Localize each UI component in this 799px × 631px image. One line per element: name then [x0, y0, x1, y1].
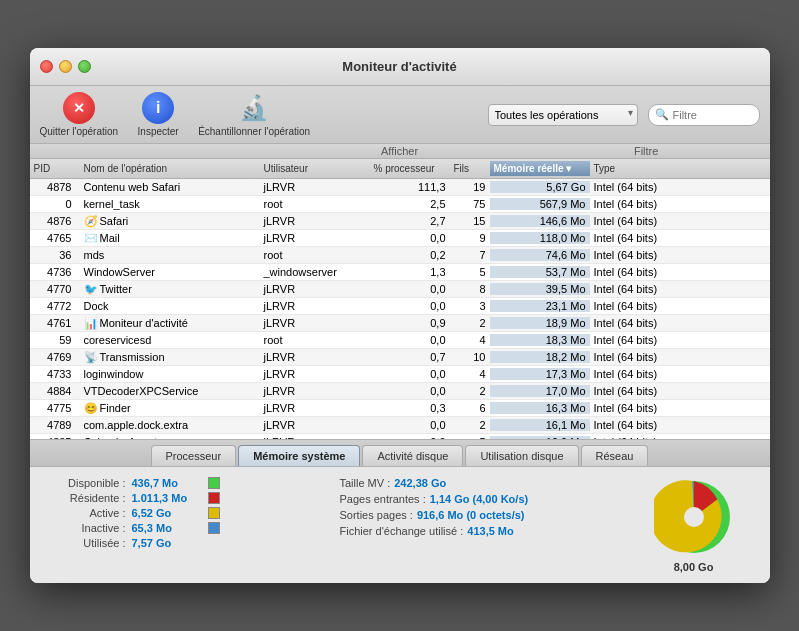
quit-button[interactable]: ✕ Quitter l'opération: [40, 92, 119, 137]
pie-chart-container: 8,00 Go: [634, 477, 754, 573]
taille-label: Taille MV :: [340, 477, 391, 489]
table-row[interactable]: 4736 WindowServer _windowserver 1,3 5 53…: [30, 264, 770, 281]
table-row[interactable]: 4765 ✉️Mail jLRVR 0,0 9 118,0 Mo Intel (…: [30, 230, 770, 247]
utilisee-row: Utilisée : 7,57 Go: [46, 537, 320, 549]
sample-button[interactable]: 🔬 Échantillonner l'opération: [198, 92, 310, 137]
process-table: 4878 Contenu web Safari jLRVR 111,3 19 5…: [30, 179, 770, 439]
table-row[interactable]: 4885 CalendarAgent jLRVR 0,0 5 16,0 Mo I…: [30, 434, 770, 439]
cell-type: Intel (64 bits): [590, 368, 690, 380]
table-row[interactable]: 4775 😊Finder jLRVR 0,3 6 16,3 Mo Intel (…: [30, 400, 770, 417]
col-user[interactable]: Utilisateur: [260, 161, 370, 176]
table-row[interactable]: 4878 Contenu web Safari jLRVR 111,3 19 5…: [30, 179, 770, 196]
cell-mem: 18,2 Mo: [490, 351, 590, 363]
search-input[interactable]: [673, 109, 753, 121]
cell-cpu: 0,0: [370, 385, 450, 397]
table-row[interactable]: 4772 Dock jLRVR 0,0 3 23,1 Mo Intel (64 …: [30, 298, 770, 315]
cell-user: jLRVR: [260, 317, 370, 329]
cell-pid: 4885: [30, 436, 80, 439]
tab-processeur[interactable]: Processeur: [151, 445, 237, 466]
sorties-value: 916,6 Mo (0 octets/s): [417, 509, 525, 521]
tab-memoire[interactable]: Mémoire système: [238, 445, 360, 466]
cell-fils: 75: [450, 198, 490, 210]
cell-cpu: 0,0: [370, 368, 450, 380]
table-row[interactable]: 0 kernel_task root 2,5 75 567,9 Mo Intel…: [30, 196, 770, 213]
inactive-value: 65,3 Mo: [132, 522, 202, 534]
cell-name: Contenu web Safari: [80, 181, 260, 193]
utilisee-label: Utilisée :: [46, 537, 126, 549]
col-type[interactable]: Type: [590, 161, 690, 176]
cell-type: Intel (64 bits): [590, 266, 690, 278]
table-row[interactable]: 4884 VTDecoderXPCService jLRVR 0,0 2 17,…: [30, 383, 770, 400]
residente-dot: [208, 492, 220, 504]
cell-mem: 5,67 Go: [490, 181, 590, 193]
inspect-button[interactable]: i Inspecter: [128, 92, 188, 137]
table-row[interactable]: 36 mds root 0,2 7 74,6 Mo Intel (64 bits…: [30, 247, 770, 264]
cell-fils: 2: [450, 385, 490, 397]
cell-name: WindowServer: [80, 266, 260, 278]
col-cpu[interactable]: % processeur: [370, 161, 450, 176]
cell-user: jLRVR: [260, 300, 370, 312]
cell-pid: 4770: [30, 283, 80, 295]
cell-pid: 59: [30, 334, 80, 346]
tab-utilisation[interactable]: Utilisation disque: [465, 445, 578, 466]
cell-pid: 4789: [30, 419, 80, 431]
sample-icon: 🔬: [238, 92, 270, 124]
cell-cpu: 0,2: [370, 249, 450, 261]
cell-type: Intel (64 bits): [590, 317, 690, 329]
disponible-row: Disponible : 436,7 Mo: [46, 477, 320, 489]
cell-user: root: [260, 334, 370, 346]
cell-cpu: 0,0: [370, 232, 450, 244]
col-mem[interactable]: Mémoire réelle ▾: [490, 161, 590, 176]
cell-mem: 17,0 Mo: [490, 385, 590, 397]
tab-disque[interactable]: Activité disque: [362, 445, 463, 466]
app-icon: 📊: [84, 317, 98, 329]
search-box[interactable]: 🔍: [648, 104, 760, 126]
cell-type: Intel (64 bits): [590, 300, 690, 312]
table-row[interactable]: 4770 🐦Twitter jLRVR 0,0 8 39,5 Mo Intel …: [30, 281, 770, 298]
table-row[interactable]: 4769 📡Transmission jLRVR 0,7 10 18,2 Mo …: [30, 349, 770, 366]
cell-user: jLRVR: [260, 283, 370, 295]
cell-cpu: 0,0: [370, 334, 450, 346]
maximize-button[interactable]: [78, 60, 91, 73]
cell-pid: 4761: [30, 317, 80, 329]
cell-cpu: 111,3: [370, 181, 450, 193]
table-row[interactable]: 59 coreservicesd root 0,0 4 18,3 Mo Inte…: [30, 332, 770, 349]
col-pid[interactable]: PID: [30, 161, 80, 176]
cell-user: jLRVR: [260, 419, 370, 431]
cell-mem: 16,1 Mo: [490, 419, 590, 431]
cell-pid: 36: [30, 249, 80, 261]
bottom-panel: Disponible : 436,7 Mo Résidente : 1.011,…: [30, 467, 770, 583]
table-row[interactable]: 4789 com.apple.dock.extra jLRVR 0,0 2 16…: [30, 417, 770, 434]
quit-label: Quitter l'opération: [40, 126, 119, 137]
disponible-label: Disponible :: [46, 477, 126, 489]
operations-filter[interactable]: Toutes les opérations: [488, 104, 638, 126]
cell-pid: 0: [30, 198, 80, 210]
table-row[interactable]: 4876 🧭Safari jLRVR 2,7 15 146,6 Mo Intel…: [30, 213, 770, 230]
cell-fils: 6: [450, 402, 490, 414]
cell-user: jLRVR: [260, 368, 370, 380]
cell-name: ✉️Mail: [80, 232, 260, 245]
pages-entrantes-label: Pages entrantes :: [340, 493, 426, 505]
table-row[interactable]: 4761 📊Moniteur d'activité jLRVR 0,9 2 18…: [30, 315, 770, 332]
cell-name: 📡Transmission: [80, 351, 260, 364]
minimize-button[interactable]: [59, 60, 72, 73]
cell-pid: 4884: [30, 385, 80, 397]
cell-mem: 53,7 Mo: [490, 266, 590, 278]
close-button[interactable]: [40, 60, 53, 73]
taille-row: Taille MV : 242,38 Go: [340, 477, 614, 489]
cell-type: Intel (64 bits): [590, 419, 690, 431]
table-row[interactable]: 4733 loginwindow jLRVR 0,0 4 17,3 Mo Int…: [30, 366, 770, 383]
col-fils[interactable]: Fils: [450, 161, 490, 176]
tabs-bar: ProcesseurMémoire systèmeActivité disque…: [30, 439, 770, 467]
inactive-row: Inactive : 65,3 Mo: [46, 522, 320, 534]
toolbar: ✕ Quitter l'opération i Inspecter 🔬 Écha…: [30, 86, 770, 144]
titlebar: Moniteur d'activité: [30, 48, 770, 86]
residente-value: 1.011,3 Mo: [132, 492, 202, 504]
svg-point-1: [684, 507, 704, 527]
cell-name: com.apple.dock.extra: [80, 419, 260, 431]
col-name[interactable]: Nom de l'opération: [80, 161, 260, 176]
tab-reseau[interactable]: Réseau: [581, 445, 649, 466]
pages-entrantes-row: Pages entrantes : 1,14 Go (4,00 Ko/s): [340, 493, 614, 505]
cell-name: CalendarAgent: [80, 436, 260, 439]
cell-pid: 4775: [30, 402, 80, 414]
